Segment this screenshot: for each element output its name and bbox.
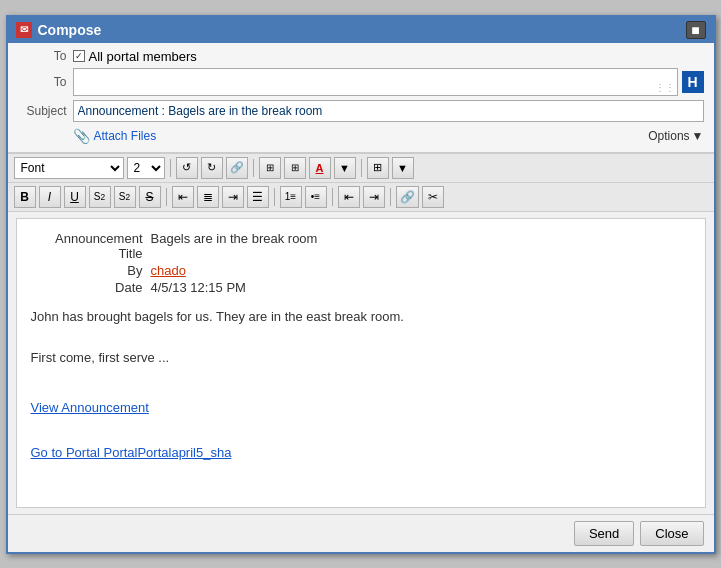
all-portal-checkbox[interactable]: ✓ [73, 50, 85, 62]
to-row1: To ✓ All portal members [18, 49, 704, 64]
view-announcement-link[interactable]: View Announcement [31, 398, 691, 419]
ann-by-row: By chado [31, 263, 691, 278]
superscript-button[interactable]: S2 [114, 186, 136, 208]
undo-button[interactable]: ↺ [176, 157, 198, 179]
bold-button[interactable]: B [14, 186, 36, 208]
strikethrough-button[interactable]: S [139, 186, 161, 208]
attach-label: Attach Files [94, 129, 157, 143]
subject-label: Subject [18, 104, 73, 118]
unlink-fmt-button[interactable]: ✂ [422, 186, 444, 208]
portal-link[interactable]: Go to Portal PortalPortalapril5_sha [31, 443, 691, 464]
align-left-button[interactable]: ⇤ [172, 186, 194, 208]
align-right-button[interactable]: ⇥ [222, 186, 244, 208]
unordered-list-button[interactable]: •≡ [305, 186, 327, 208]
attach-files-link[interactable]: 📎 Attach Files [73, 128, 157, 144]
resize-handle: ⋮⋮ [655, 82, 675, 93]
paperclip-icon: 📎 [73, 128, 90, 144]
ann-by-label: By [31, 263, 151, 278]
send-button[interactable]: Send [574, 521, 634, 546]
to2-input-box[interactable]: ⋮⋮ [73, 68, 678, 96]
align-center-button[interactable]: ≣ [197, 186, 219, 208]
link-fmt-button[interactable]: 🔗 [396, 186, 419, 208]
indent-out-button[interactable]: ⇥ [363, 186, 385, 208]
attach-row: 📎 Attach Files Options ▼ [18, 126, 704, 146]
title-bar: ✉ Compose ■ [8, 17, 714, 43]
font-select[interactable]: Font Arial Times New Roman [14, 157, 124, 179]
fmt-separator2 [274, 188, 275, 206]
editor-area[interactable]: Announcement Title Bagels are in the bre… [16, 218, 706, 508]
indent-in-button[interactable]: ⇤ [338, 186, 360, 208]
body-line1: John has brought bagels for us. They are… [31, 307, 691, 328]
italic-button[interactable]: I [39, 186, 61, 208]
fmt-separator3 [332, 188, 333, 206]
ann-title-row: Announcement Title Bagels are in the bre… [31, 231, 691, 261]
fmt-separator4 [390, 188, 391, 206]
block-button[interactable]: ⊞ [259, 157, 281, 179]
link-button[interactable]: 🔗 [226, 157, 248, 179]
more-dropdown1[interactable]: ▼ [334, 157, 356, 179]
underline-button[interactable]: U [64, 186, 86, 208]
to-label: To [18, 49, 73, 63]
close-icon: ■ [691, 22, 699, 38]
to2-label: To [18, 75, 73, 89]
more-dropdown2[interactable]: ▼ [392, 157, 414, 179]
announcement-table: Announcement Title Bagels are in the bre… [31, 231, 691, 295]
toolbar-separator3 [361, 159, 362, 177]
title-bar-left: ✉ Compose [16, 22, 102, 38]
compose-window: ✉ Compose ■ To ✓ All portal members To ⋮… [6, 15, 716, 554]
options-arrow: ▼ [692, 129, 704, 143]
title-close-button[interactable]: ■ [686, 21, 706, 39]
window-title: Compose [38, 22, 102, 38]
table-button[interactable]: ⊞ [284, 157, 306, 179]
close-button[interactable]: Close [640, 521, 703, 546]
subject-row: Subject [18, 100, 704, 122]
ann-title-label: Announcement Title [31, 231, 151, 261]
options-button[interactable]: Options ▼ [648, 129, 703, 143]
size-select[interactable]: 2 1 3 [127, 157, 165, 179]
ann-by-value: chado [151, 263, 186, 278]
all-portal-label: All portal members [89, 49, 197, 64]
align-justify-button[interactable]: ☰ [247, 186, 269, 208]
footer: Send Close [8, 514, 714, 552]
subscript-button[interactable]: S2 [89, 186, 111, 208]
format-toolbar: B I U S2 S2 S ⇤ ≣ ⇥ ☰ 1≡ •≡ ⇤ ⇥ 🔗 ✂ [8, 183, 714, 212]
ann-date-row: Date 4/5/13 12:15 PM [31, 280, 691, 295]
body-line2: First come, first serve ... [31, 348, 691, 369]
compose-icon: ✉ [16, 22, 32, 38]
ann-date-value: 4/5/13 12:15 PM [151, 280, 246, 295]
checkbox-check: ✓ [75, 51, 83, 61]
main-toolbar: Font Arial Times New Roman 2 1 3 ↺ ↻ 🔗 ⊞… [8, 153, 714, 183]
h-icon: H [687, 74, 697, 90]
ann-title-value: Bagels are in the break room [151, 231, 318, 261]
editor-body: John has brought bagels for us. They are… [31, 307, 691, 465]
to-field: ✓ All portal members [73, 49, 704, 64]
toolbar-separator [170, 159, 171, 177]
options-label: Options [648, 129, 689, 143]
toolbar-separator2 [253, 159, 254, 177]
fmt-separator1 [166, 188, 167, 206]
ann-date-label: Date [31, 280, 151, 295]
redo-button[interactable]: ↻ [201, 157, 223, 179]
to-row2: To ⋮⋮ H [18, 68, 704, 96]
h-button[interactable]: H [682, 71, 704, 93]
form-area: To ✓ All portal members To ⋮⋮ H Subject [8, 43, 714, 153]
grid-dropdown[interactable]: ⊞ [367, 157, 389, 179]
ordered-list-button[interactable]: 1≡ [280, 186, 302, 208]
color-button[interactable]: A [309, 157, 331, 179]
subject-input[interactable] [73, 100, 704, 122]
